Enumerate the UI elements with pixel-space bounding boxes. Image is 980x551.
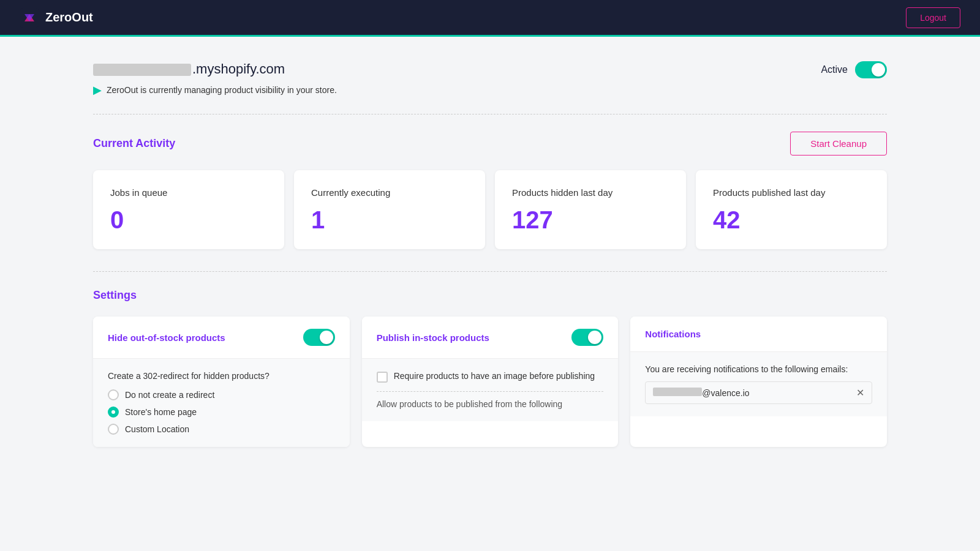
notifications-card-header: Notifications	[630, 317, 887, 351]
logo-text: ZeroOut	[45, 10, 93, 24]
email-suffix: @valence.io	[702, 388, 749, 398]
store-url: .myshopify.com	[93, 61, 337, 77]
start-cleanup-button[interactable]: Start Cleanup	[790, 132, 887, 156]
redirect-question: Create a 302-redirect for hidden product…	[108, 371, 335, 381]
redirect-radio-group: Do not create a redirect Store's home pa…	[108, 389, 335, 435]
stat-value-published: 42	[713, 208, 870, 232]
publish-products-toggle[interactable]	[571, 329, 603, 346]
publish-products-title: Publish in-stock products	[377, 332, 489, 343]
stat-value-hidden: 127	[512, 208, 669, 232]
notifications-body: You are receiving notifications to the f…	[630, 351, 887, 416]
stat-label-executing: Currently executing	[311, 187, 468, 198]
active-toggle[interactable]	[855, 61, 887, 78]
store-header: .myshopify.com ▶ ZeroOut is currently ma…	[93, 61, 887, 97]
radio-custom-location-circle	[108, 424, 119, 435]
radio-home-page[interactable]: Store's home page	[108, 407, 335, 418]
stat-label-published: Products published last day	[713, 187, 870, 198]
require-image-option[interactable]: Require products to have an image before…	[377, 371, 604, 383]
publish-divider	[377, 391, 604, 392]
stat-label-jobs: Jobs in queue	[110, 187, 267, 198]
publish-products-card-header: Publish in-stock products	[362, 317, 619, 358]
notifications-title: Notifications	[645, 329, 701, 339]
main-content: .myshopify.com ▶ ZeroOut is currently ma…	[44, 37, 936, 471]
notifications-card: Notifications You are receiving notifica…	[630, 317, 887, 447]
activity-section-header: Current Activity Start Cleanup	[93, 132, 887, 156]
store-status-message: ZeroOut is currently managing product vi…	[107, 85, 337, 95]
active-label: Active	[821, 64, 848, 75]
email-chip: @valence.io ✕	[645, 381, 872, 404]
stat-label-hidden: Products hidden last day	[512, 187, 669, 198]
radio-custom-location[interactable]: Custom Location	[108, 424, 335, 435]
require-image-checkbox	[377, 372, 388, 383]
stats-grid: Jobs in queue 0 Currently executing 1 Pr…	[93, 170, 887, 249]
require-image-label: Require products to have an image before…	[394, 371, 595, 381]
divider-1	[93, 114, 887, 114]
stat-card-hidden: Products hidden last day 127	[495, 170, 686, 249]
publish-products-body: Require products to have an image before…	[362, 358, 619, 421]
play-icon: ▶	[93, 83, 102, 97]
email-blurred	[653, 388, 702, 396]
hide-products-body: Create a 302-redirect for hidden product…	[93, 358, 350, 447]
notify-text: You are receiving notifications to the f…	[645, 364, 872, 374]
radio-no-redirect-circle	[108, 389, 119, 400]
settings-grid: Hide out-of-stock products Create a 302-…	[93, 317, 887, 447]
store-url-blurred	[93, 64, 191, 76]
remove-email-button[interactable]: ✕	[856, 387, 864, 399]
publish-products-card: Publish in-stock products Require produc…	[362, 317, 619, 447]
store-info: .myshopify.com ▶ ZeroOut is currently ma…	[93, 61, 337, 97]
hide-products-title: Hide out-of-stock products	[108, 332, 225, 343]
settings-section-header: Settings	[93, 289, 887, 302]
activity-title: Current Activity	[93, 137, 175, 150]
settings-title: Settings	[93, 289, 137, 302]
email-display: @valence.io	[653, 388, 749, 398]
radio-home-page-circle	[108, 407, 119, 418]
store-status: ▶ ZeroOut is currently managing product …	[93, 83, 337, 97]
hide-products-card-header: Hide out-of-stock products	[93, 317, 350, 358]
hide-products-toggle[interactable]	[303, 329, 335, 346]
radio-home-page-label: Store's home page	[125, 407, 197, 417]
header: ZeroOut Logout	[0, 0, 980, 37]
stat-value-executing: 1	[311, 208, 468, 232]
stat-card-executing: Currently executing 1	[294, 170, 485, 249]
store-url-suffix: .myshopify.com	[192, 61, 285, 77]
radio-no-redirect[interactable]: Do not create a redirect	[108, 389, 335, 400]
logout-button[interactable]: Logout	[906, 7, 960, 28]
publish-from-text: Allow products to be published from the …	[377, 399, 604, 409]
active-area: Active	[821, 61, 887, 78]
zeroout-logo-icon	[20, 8, 39, 28]
radio-custom-location-label: Custom Location	[125, 424, 189, 434]
logo-area: ZeroOut	[20, 8, 93, 28]
radio-no-redirect-label: Do not create a redirect	[125, 390, 214, 400]
stat-card-jobs: Jobs in queue 0	[93, 170, 284, 249]
hide-products-card: Hide out-of-stock products Create a 302-…	[93, 317, 350, 447]
divider-2	[93, 271, 887, 272]
stat-value-jobs: 0	[110, 208, 267, 232]
stat-card-published: Products published last day 42	[696, 170, 887, 249]
